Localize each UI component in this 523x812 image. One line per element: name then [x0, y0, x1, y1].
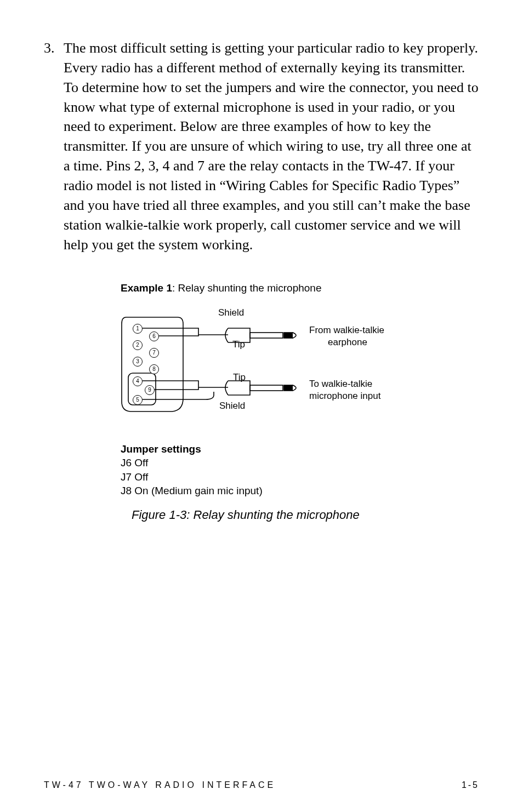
jumper-settings-block: Jumper settings J6 Off J7 Off J8 On (Med…: [121, 442, 479, 499]
label-shield-top: Shield: [218, 307, 244, 318]
step-body: The most difficult setting is getting yo…: [44, 38, 479, 255]
footer-right: 1-5: [462, 780, 479, 790]
label-from-walkie: From walkie-talkie: [309, 325, 384, 336]
page-footer: TW-47 TWO-WAY RADIO INTERFACE 1-5: [44, 780, 479, 790]
jumper-j6: J6 Off: [121, 456, 479, 470]
example-1-label-bold: Example 1: [121, 282, 172, 294]
jumper-j7: J7 Off: [121, 470, 479, 484]
figure-caption: Figure 1-3: Relay shunting the microphon…: [132, 508, 479, 522]
label-tip-bottom: Tip: [233, 372, 246, 383]
example-1-heading: Example 1: Relay shunting the microphone: [121, 282, 479, 294]
step-number: 3.: [44, 38, 59, 58]
label-shield-bottom: Shield: [219, 401, 245, 411]
svg-rect-3: [250, 385, 283, 391]
label-to-walkie: To walkie-talkie: [309, 379, 372, 390]
svg-rect-2: [284, 333, 293, 338]
wiring-svg: [121, 306, 433, 427]
label-tip-top: Tip: [232, 339, 245, 350]
jumper-heading: Jumper settings: [121, 442, 479, 456]
svg-rect-4: [284, 385, 293, 391]
example-1-label-rest: : Relay shunting the microphone: [172, 282, 322, 294]
svg-rect-1: [250, 333, 283, 338]
wiring-diagram: 1 2 3 4 5 6 7 8 9: [121, 306, 433, 427]
label-earphone: earphone: [328, 337, 367, 348]
label-mic-input: microphone input: [309, 391, 380, 402]
step-3-paragraph: 3. The most difficult setting is getting…: [44, 38, 479, 255]
jumper-j8: J8 On (Medium gain mic input): [121, 484, 479, 498]
footer-left: TW-47 TWO-WAY RADIO INTERFACE: [44, 780, 276, 790]
